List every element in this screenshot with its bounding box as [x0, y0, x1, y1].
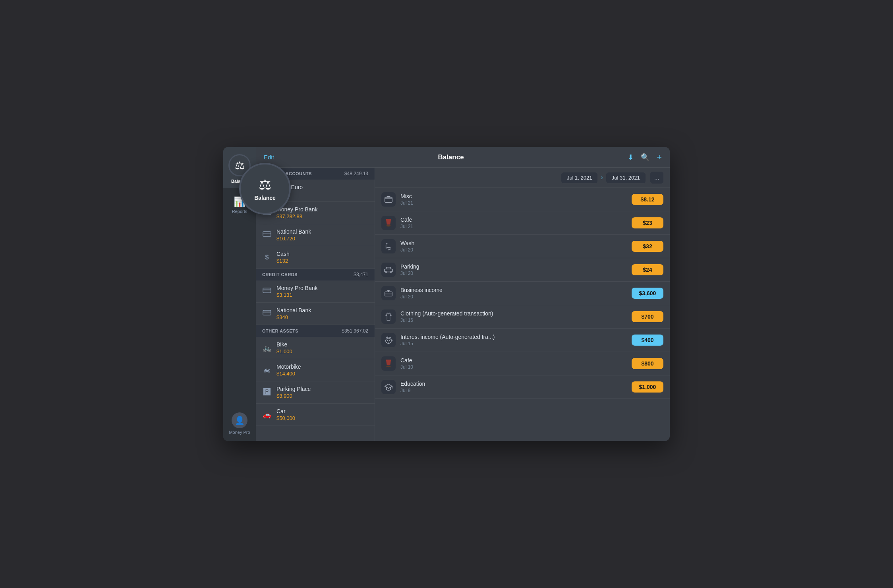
account-name-parking-place: Parking Place — [276, 386, 368, 392]
header: Edit Balance ⬇ 🔍 + — [256, 147, 670, 168]
account-name-motorbike: Motorbike — [276, 364, 368, 370]
transactions-list: Misc Jul 21 $8.12 Cafe Jul 21 $23 Wash J… — [375, 188, 670, 441]
account-section-title-credit: CREDIT CARDS — [262, 272, 298, 277]
sidebar-reports-label: Reports — [232, 209, 247, 214]
account-section-total-payment: $48,249.13 — [344, 171, 368, 176]
balance-scale-icon: ⚖ — [259, 176, 271, 193]
date-end-button[interactable]: Jul 31, 2021 — [606, 172, 646, 183]
transaction-item-clothing[interactable]: Clothing (Auto-generated transaction) Ju… — [375, 305, 670, 329]
account-item-national-bank-payment[interactable]: National Bank $10,720 — [256, 224, 375, 246]
account-item-bike[interactable]: 🚲 Bike $1,000 — [256, 337, 375, 359]
search-icon: 🔍 — [641, 153, 649, 161]
svg-rect-8 — [385, 197, 392, 203]
transaction-amount-parking: $24 — [632, 264, 663, 275]
svg-line-11 — [388, 249, 389, 250]
transaction-amount-interest-income: $400 — [632, 335, 663, 346]
account-item-moneypro-bank-credit[interactable]: Money Pro Bank $3,131 — [256, 280, 375, 303]
download-button[interactable]: ⬇ — [628, 153, 634, 162]
account-amount-motorbike: $14,400 — [276, 371, 368, 377]
date-arrow-icon: › — [601, 174, 603, 181]
transaction-item-parking[interactable]: Parking Jul 20 $24 — [375, 258, 670, 282]
account-amount-bike: $1,000 — [276, 348, 368, 354]
transaction-name-business-income: Business income — [400, 287, 627, 293]
transaction-info-business-income: Business income Jul 20 — [400, 287, 627, 300]
edit-button[interactable]: Edit — [264, 154, 274, 161]
svg-rect-7 — [263, 311, 271, 313]
transaction-amount-education: $1,000 — [632, 381, 663, 393]
moneypro-icon: 👤 — [232, 412, 247, 428]
account-icon-cash: $ — [262, 253, 272, 261]
transaction-date-misc: Jul 21 — [400, 200, 627, 206]
transaction-amount-cafe-1: $23 — [632, 217, 663, 228]
transaction-item-cafe-2[interactable]: Cafe Jul 10 $800 — [375, 352, 670, 375]
transaction-info-education: Education Jul 9 — [400, 381, 627, 393]
account-name-cash: Cash — [276, 251, 368, 257]
sidebar-item-moneypro[interactable]: 👤 Money Pro — [223, 408, 256, 441]
transaction-name-interest-income: Interest income (Auto-generated tra...) — [400, 334, 627, 340]
account-icon-national-bank-credit — [262, 309, 272, 318]
account-icon-parking-place: 🅿 — [262, 388, 272, 397]
account-section-header-other: OTHER ASSETS $351,967.02 — [256, 325, 375, 337]
account-item-parking-place[interactable]: 🅿 Parking Place $8,900 — [256, 381, 375, 404]
date-start-button[interactable]: Jul 1, 2021 — [561, 172, 598, 183]
account-info-national-bank-credit: National Bank $340 — [276, 307, 368, 320]
balance-circle[interactable]: ⚖ Balance — [239, 163, 291, 215]
transaction-info-misc: Misc Jul 21 — [400, 193, 627, 206]
account-amount-national-bank-payment: $10,720 — [276, 236, 368, 242]
transaction-amount-business-income: $3,600 — [632, 288, 663, 299]
account-icon-car: 🚗 — [262, 410, 272, 419]
transaction-amount-cafe-2: $800 — [632, 358, 663, 369]
transaction-name-clothing: Clothing (Auto-generated transaction) — [400, 310, 627, 317]
transaction-item-business-income[interactable]: Business income Jul 20 $3,600 — [375, 282, 670, 305]
transaction-info-cafe-1: Cafe Jul 21 — [400, 217, 627, 229]
account-item-car[interactable]: 🚗 Car $50,000 — [256, 404, 375, 426]
more-icon: ... — [654, 174, 659, 181]
svg-line-13 — [391, 249, 391, 250]
transaction-date-clothing: Jul 16 — [400, 317, 627, 323]
account-amount-moneypro-bank-credit: $3,131 — [276, 292, 368, 298]
page-title: Balance — [274, 153, 628, 161]
transaction-date-parking: Jul 20 — [400, 271, 627, 276]
download-icon: ⬇ — [628, 153, 634, 161]
account-info-moneypro-bank-payment: Money Pro Bank $37,282.88 — [276, 206, 368, 219]
transaction-item-cafe-1[interactable]: Cafe Jul 21 $23 — [375, 211, 670, 235]
transaction-icon-cafe-2 — [381, 356, 396, 371]
svg-point-19 — [386, 338, 392, 343]
transaction-info-wash: Wash Jul 20 — [400, 240, 627, 253]
account-section-header-credit: CREDIT CARDS $3,471 — [256, 269, 375, 280]
svg-point-21 — [389, 340, 390, 341]
transaction-item-wash[interactable]: Wash Jul 20 $32 — [375, 235, 670, 258]
search-button[interactable]: 🔍 — [641, 153, 649, 162]
account-item-motorbike[interactable]: 🏍 Motorbike $14,400 — [256, 359, 375, 381]
transaction-item-misc[interactable]: Misc Jul 21 $8.12 — [375, 188, 670, 211]
account-item-cash[interactable]: $ Cash $132 — [256, 246, 375, 269]
svg-marker-24 — [385, 384, 392, 389]
account-name-moneypro-bank-credit: Money Pro Bank — [276, 285, 368, 291]
account-amount-moneypro-bank-payment: $37,282.88 — [276, 213, 368, 219]
transaction-amount-clothing: $700 — [632, 311, 663, 322]
transaction-item-education[interactable]: Education Jul 9 $1,000 — [375, 375, 670, 399]
svg-point-23 — [387, 366, 391, 368]
main-content: Edit Balance ⬇ 🔍 + PAYMENT ACCOUNTS $48,… — [256, 147, 670, 441]
svg-rect-3 — [263, 233, 271, 234]
account-item-national-bank-credit[interactable]: National Bank $340 — [256, 303, 375, 325]
account-section-total-credit: $3,471 — [354, 272, 368, 277]
transaction-date-cafe-1: Jul 21 — [400, 224, 627, 229]
transaction-info-clothing: Clothing (Auto-generated transaction) Ju… — [400, 310, 627, 323]
add-button[interactable]: + — [657, 152, 662, 162]
transaction-item-interest-income[interactable]: Interest income (Auto-generated tra...) … — [375, 329, 670, 352]
transaction-name-cafe-2: Cafe — [400, 357, 627, 364]
transactions-header: Jul 1, 2021 › Jul 31, 2021 ... — [375, 168, 670, 188]
account-icon-moneypro-bank-credit — [262, 287, 272, 296]
account-amount-cash: $132 — [276, 258, 368, 264]
transaction-icon-interest-income — [381, 333, 396, 347]
transaction-name-cafe-1: Cafe — [400, 217, 627, 223]
transaction-date-business-income: Jul 20 — [400, 294, 627, 300]
transaction-amount-wash: $32 — [632, 241, 663, 252]
account-section-total-other: $351,967.02 — [342, 328, 368, 334]
transactions-more-button[interactable]: ... — [650, 172, 663, 184]
transaction-name-misc: Misc — [400, 193, 627, 199]
transaction-icon-clothing — [381, 309, 396, 324]
transaction-date-education: Jul 9 — [400, 388, 627, 393]
account-amount-national-bank-credit: $340 — [276, 314, 368, 320]
